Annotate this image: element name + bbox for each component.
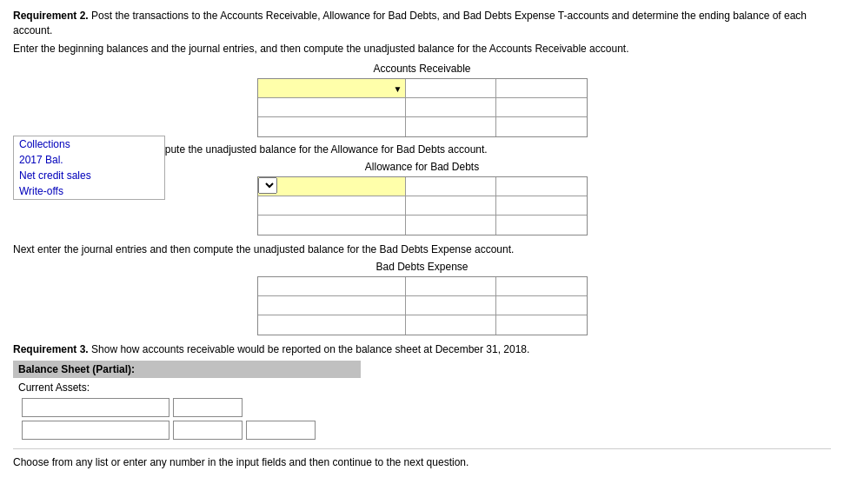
bde-num-1b[interactable] xyxy=(496,277,587,295)
balance-sheet-header: Balance Sheet (Partial): xyxy=(13,361,361,378)
bde-num-1a[interactable] xyxy=(406,277,497,295)
allow-num-1a[interactable] xyxy=(406,177,497,196)
req3-title: Requirement 3. xyxy=(13,343,89,355)
ar-input-2a[interactable] xyxy=(406,98,496,116)
allow-input-2a[interactable] xyxy=(406,196,496,215)
bde-input-label-2[interactable] xyxy=(258,296,405,315)
allow-label-2[interactable] xyxy=(258,196,406,215)
allow-label-3[interactable] xyxy=(258,216,406,235)
req3-body: Show how accounts receivable would be re… xyxy=(91,343,529,355)
balance-label-input-1[interactable] xyxy=(22,398,169,417)
bde-input-3a[interactable] xyxy=(406,315,496,335)
allow-num-2a[interactable] xyxy=(406,196,497,215)
balance-input-num-2b[interactable] xyxy=(247,421,315,439)
bde-label-2[interactable] xyxy=(258,296,406,315)
ar-label-3 xyxy=(258,117,406,136)
allow-dropdown-1[interactable] xyxy=(258,177,277,194)
ar-input-3a[interactable] xyxy=(406,117,496,136)
dropdown-item-2017bal[interactable]: 2017 Bal. xyxy=(14,152,164,168)
allow-input-1a[interactable] xyxy=(406,177,496,196)
allow-num-1b[interactable] xyxy=(496,177,587,196)
req3-text: Requirement 3. Show how accounts receiva… xyxy=(13,342,831,357)
bde-input-1b[interactable] xyxy=(496,277,587,295)
allow-num-3b[interactable] xyxy=(496,216,587,235)
balance-sheet-label: Balance Sheet (Partial): xyxy=(18,363,135,375)
ar-input-1a[interactable] xyxy=(406,79,496,97)
ar-num-2a[interactable] xyxy=(406,98,497,116)
bde-num-2b[interactable] xyxy=(496,296,587,315)
bde-input-1a[interactable] xyxy=(406,277,496,295)
bde-input-2b[interactable] xyxy=(496,296,587,315)
dropdown-item-net-credit-sales[interactable]: Net credit sales xyxy=(14,168,164,183)
allow-row-3 xyxy=(258,216,587,235)
balance-input-label-1[interactable] xyxy=(23,399,169,416)
ar-account: ▼ xyxy=(257,78,588,137)
ar-num-3a[interactable] xyxy=(406,117,497,136)
bde-title-text: Bad Debts Expense xyxy=(375,261,468,273)
bde-input-2a[interactable] xyxy=(406,296,496,315)
ar-num-2b[interactable] xyxy=(496,98,587,116)
balance-input-label-2[interactable] xyxy=(23,421,169,439)
ar-label-1[interactable]: ▼ xyxy=(258,79,406,97)
allow-input-label-3[interactable] xyxy=(258,216,405,235)
ar-input-1b[interactable] xyxy=(496,79,587,97)
ar-row-2 xyxy=(258,98,587,117)
bde-input-label-3[interactable] xyxy=(258,315,405,335)
ar-row-3 xyxy=(258,117,587,136)
dropdown-item-writeoffs[interactable]: Write-offs xyxy=(14,183,164,199)
req2-main-body: Post the transactions to the Accounts Re… xyxy=(13,10,807,36)
ar-title-text: Accounts Receivable xyxy=(373,63,470,75)
dropdown-item-collections[interactable]: Collections xyxy=(14,136,164,152)
bde-input-3b[interactable] xyxy=(496,315,587,335)
ar-label-2 xyxy=(258,98,406,116)
allow-input-3b[interactable] xyxy=(496,216,587,235)
allow-input-1b[interactable] xyxy=(496,177,587,196)
req2-sub-body: Enter the beginning balances and the jou… xyxy=(13,43,629,55)
ar-input-3b[interactable] xyxy=(496,117,587,136)
allow-input-3a[interactable] xyxy=(406,216,496,235)
bde-row-2 xyxy=(258,296,587,315)
balance-label-input-2[interactable] xyxy=(22,421,169,440)
balance-num-1[interactable] xyxy=(173,398,243,417)
page-container: Requirement 2. Post the transactions to … xyxy=(13,9,831,468)
allow-row-1 xyxy=(258,177,587,196)
balance-num-2[interactable] xyxy=(173,421,243,440)
bde-label-1[interactable] xyxy=(258,277,406,295)
allowance-account xyxy=(257,176,588,235)
bde-num-3b[interactable] xyxy=(496,315,587,335)
allowance-title-text: Allowance for Bad Debts xyxy=(365,161,479,173)
ar-num-1a[interactable] xyxy=(406,79,497,97)
bde-num-2a[interactable] xyxy=(406,296,497,315)
allow-row-2 xyxy=(258,196,587,216)
ar-input-2b[interactable] xyxy=(496,98,587,116)
current-assets-text: Current Assets: xyxy=(18,381,90,394)
bde-primary-text: Next enter the journal entries and then … xyxy=(13,242,831,257)
balance-row-2 xyxy=(13,421,361,440)
allow-input-2b[interactable] xyxy=(496,196,587,215)
allow-input-label-2[interactable] xyxy=(258,196,405,215)
allow-num-3a[interactable] xyxy=(406,216,497,235)
allow-label-1[interactable] xyxy=(258,177,406,196)
bde-section-title: Bad Debts Expense xyxy=(13,261,831,273)
balance-sheet-section: Balance Sheet (Partial): Current Assets: xyxy=(13,361,361,440)
bde-row-1 xyxy=(258,277,587,296)
balance-num-2b[interactable] xyxy=(246,421,316,440)
bde-num-3a[interactable] xyxy=(406,315,497,335)
allow-num-2b[interactable] xyxy=(496,196,587,215)
bde-account xyxy=(257,276,588,335)
balance-input-num-1[interactable] xyxy=(174,399,242,416)
ar-num-3b[interactable] xyxy=(496,117,587,136)
bde-label-3[interactable] xyxy=(258,315,406,335)
bde-wrapper xyxy=(13,276,831,335)
ar-dropdown-1[interactable] xyxy=(258,79,405,97)
balance-input-num-2[interactable] xyxy=(174,421,242,439)
footer: Choose from any list or enter any number… xyxy=(13,448,831,468)
ar-wrapper: ▼ Collections 2017 Bal. Net credi xyxy=(13,78,831,137)
req2-main-text: Requirement 2. Post the transactions to … xyxy=(13,9,831,38)
ar-num-1b[interactable] xyxy=(496,79,587,97)
bde-row-3 xyxy=(258,315,587,335)
ar-row-1: ▼ xyxy=(258,79,587,98)
ar-section-title: Accounts Receivable xyxy=(13,63,831,75)
balance-row-1 xyxy=(13,398,361,417)
bde-input-label-1[interactable] xyxy=(258,277,405,295)
